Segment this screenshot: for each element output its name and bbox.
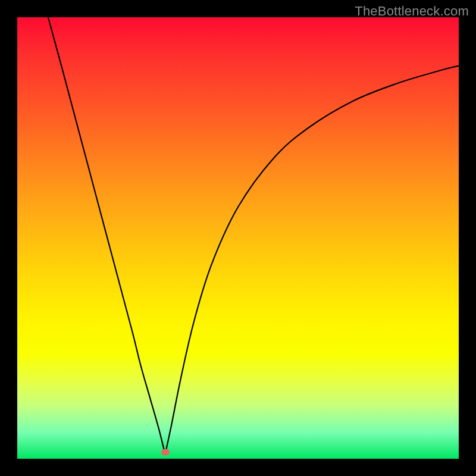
bottleneck-marker bbox=[161, 449, 170, 455]
plot-area bbox=[17, 17, 459, 459]
watermark-text: TheBottleneck.com bbox=[355, 4, 469, 19]
chart-frame: TheBottleneck.com bbox=[0, 0, 476, 476]
curve-left-branch bbox=[48, 17, 165, 455]
curve-right-branch bbox=[165, 66, 459, 455]
bottleneck-curve bbox=[17, 17, 459, 459]
